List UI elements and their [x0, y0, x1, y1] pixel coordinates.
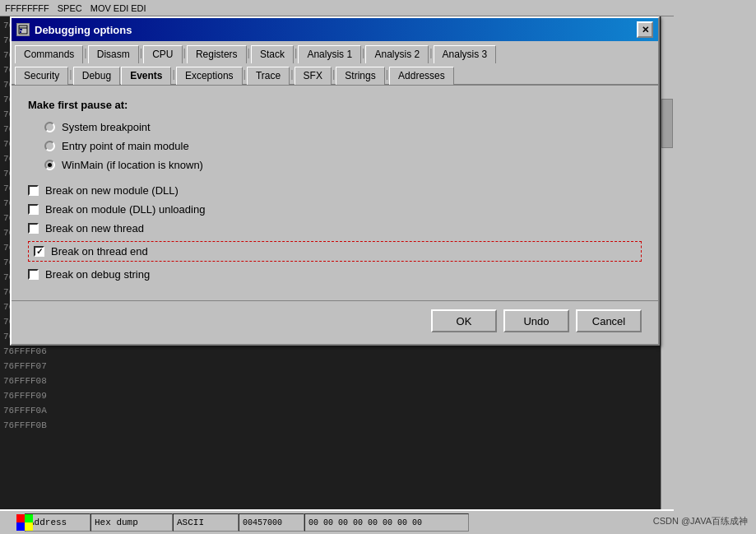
tab-events[interactable]: Events — [121, 67, 171, 85]
color-cell-yellow — [25, 522, 33, 531]
debugging-options-dialog: Debugging options ✕ Commands | Disasm | … — [10, 16, 660, 346]
tab-commands[interactable]: Commands — [15, 45, 83, 63]
cancel-button[interactable]: Cancel — [576, 309, 642, 332]
radio-system-breakpoint-label: System breakpoint — [62, 121, 151, 133]
checkbox-break-debug-string-label: Break on debug string — [45, 268, 150, 281]
checkbox-item-break-thread-end: Break on thread end — [28, 241, 642, 262]
checkbox-item-break-debug-string: Break on debug string — [28, 268, 642, 281]
hex-value: 00 00 00 00 00 00 00 00 — [304, 513, 469, 532]
checkbox-break-new-thread[interactable] — [28, 223, 39, 234]
color-cell-red — [16, 514, 25, 522]
svg-rect-3 — [20, 31, 21, 33]
tab-analysis1[interactable]: Analysis 1 — [298, 45, 361, 63]
tab-security[interactable]: Security — [15, 67, 68, 85]
scrollbar-thumb[interactable] — [661, 99, 673, 148]
checkbox-break-new-module-label: Break on new module (DLL) — [45, 184, 179, 197]
address-label: Address — [25, 513, 90, 532]
svg-rect-2 — [20, 29, 22, 30]
tab-row-2: Security | Debug Events | Exceptions | T… — [12, 63, 658, 84]
close-button[interactable]: ✕ — [637, 21, 653, 38]
watermark: CSDN @JAVA百练成神 — [653, 515, 748, 527]
checkbox-item-break-new-thread: Break on new thread — [28, 222, 642, 234]
dialog-buttons: OK Undo Cancel — [12, 300, 658, 344]
radio-entry-point[interactable] — [44, 141, 55, 151]
color-cell-green — [25, 514, 33, 522]
radio-winmain-label: WinMain (if location is known) — [62, 159, 203, 171]
address-value: 00457000 — [239, 513, 304, 532]
tab-sfx[interactable]: SFX — [295, 67, 332, 85]
radio-group: System breakpoint Entry point of main mo… — [44, 121, 642, 171]
tab-addresses[interactable]: Addresses — [389, 67, 454, 85]
checkbox-break-new-thread-label: Break on new thread — [45, 222, 144, 234]
checkbox-group: Break on new module (DLL) Break on modul… — [28, 184, 642, 281]
section-title: Make first pause at: — [28, 99, 642, 111]
dialog-title-text: Debugging options — [35, 24, 132, 36]
checkbox-break-thread-end-label: Break on thread end — [51, 245, 148, 258]
tab-row-1: Commands | Disasm | CPU | Registers | St… — [12, 41, 658, 63]
color-cell-blue — [16, 522, 25, 531]
tab-exceptions[interactable]: Exceptions — [176, 67, 243, 85]
dialog-content: Make first pause at: System breakpoint E… — [12, 86, 658, 300]
tab-analysis2[interactable]: Analysis 2 — [365, 45, 429, 63]
radio-item-winmain: WinMain (if location is known) — [44, 159, 642, 171]
tab-strings[interactable]: Strings — [336, 67, 384, 85]
checkbox-item-break-new-module: Break on new module (DLL) — [28, 184, 642, 197]
dialog-title: Debugging options — [16, 23, 132, 36]
checkbox-break-module-unloading-label: Break on module (DLL) unloading — [45, 203, 205, 216]
tab-trace[interactable]: Trace — [247, 67, 290, 85]
radio-entry-point-label: Entry point of main module — [62, 140, 189, 152]
dialog-titlebar: Debugging options ✕ — [12, 18, 658, 41]
status-bar: Address Hex dump ASCII 00457000 00 00 00… — [0, 509, 674, 534]
tab-bar: Commands | Disasm | CPU | Registers | St… — [12, 41, 658, 86]
undo-button[interactable]: Undo — [503, 309, 569, 332]
tab-cpu[interactable]: CPU — [143, 45, 182, 63]
radio-system-breakpoint[interactable] — [44, 122, 55, 132]
hexdump-label: Hex dump — [90, 513, 173, 532]
dialog-icon — [16, 23, 30, 36]
color-grid — [16, 514, 33, 531]
checkbox-item-break-module-unloading: Break on module (DLL) unloading — [28, 203, 642, 216]
tab-stack[interactable]: Stack — [251, 45, 294, 63]
editor-toolbar: FFFFFFFF SPEC MOV EDI EDI — [0, 0, 674, 16]
radio-item-system-breakpoint: System breakpoint — [44, 121, 642, 133]
checkbox-break-thread-end[interactable] — [34, 246, 44, 257]
radio-winmain[interactable] — [44, 160, 55, 170]
checkbox-break-module-unloading[interactable] — [28, 204, 39, 215]
ok-button[interactable]: OK — [431, 309, 497, 332]
tab-disasm[interactable]: Disasm — [88, 45, 139, 63]
tab-analysis3[interactable]: Analysis 3 — [434, 45, 497, 63]
radio-item-entry-point: Entry point of main module — [44, 140, 642, 152]
checkbox-break-new-module[interactable] — [28, 185, 39, 196]
checkbox-break-debug-string[interactable] — [28, 269, 39, 280]
ascii-label: ASCII — [173, 513, 239, 532]
tab-registers[interactable]: Registers — [187, 45, 247, 63]
scrollbar-track[interactable] — [661, 16, 674, 510]
tab-debug[interactable]: Debug — [73, 67, 120, 85]
